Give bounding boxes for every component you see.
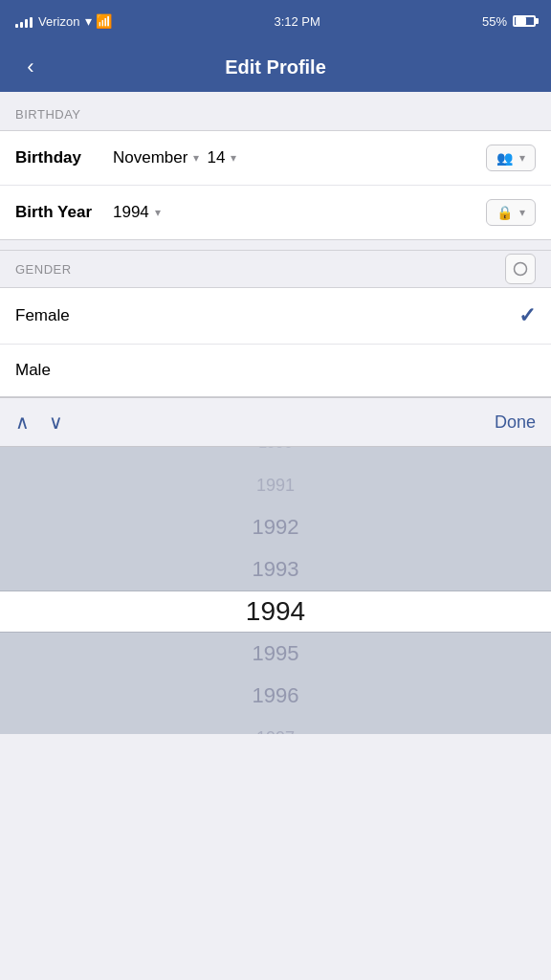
birthday-privacy-button[interactable]: 👥 ▾ xyxy=(486,145,536,171)
gender-male-label: Male xyxy=(15,361,536,380)
birthday-label: Birthday xyxy=(15,148,101,167)
separator-1 xyxy=(0,240,551,250)
circle-icon xyxy=(513,261,528,277)
birthday-day-arrow: ▾ xyxy=(231,151,236,165)
gender-edit-button[interactable] xyxy=(505,254,536,284)
birthday-day-dropdown[interactable]: 14 ▾ xyxy=(207,148,236,167)
gender-male-row[interactable]: Male xyxy=(0,345,551,396)
birthday-row: Birthday November ▾ 14 ▾ 👥 ▾ xyxy=(0,131,551,186)
birth-year-value: 1994 xyxy=(113,203,149,222)
picker-up-arrow[interactable]: ∧ xyxy=(15,411,30,434)
picker-item-1994[interactable]: 1994 xyxy=(0,590,551,633)
birthday-value-group: November ▾ 14 ▾ xyxy=(113,148,486,167)
birthday-month-dropdown[interactable]: November ▾ xyxy=(113,148,199,167)
gender-section-label: GENDER xyxy=(15,262,72,277)
picker-toolbar: ∧ ∨ Done xyxy=(0,397,551,447)
birthday-form-section: Birthday November ▾ 14 ▾ 👥 ▾ Birth Year … xyxy=(0,130,551,240)
signal-bars xyxy=(15,14,33,28)
wifi-icon: ▾ 📶 xyxy=(85,13,112,29)
birth-year-privacy-button[interactable]: 🔒 ▾ xyxy=(486,199,536,226)
birthday-section-label: BIRTHDAY xyxy=(15,107,81,122)
birthday-privacy-arrow: ▾ xyxy=(519,151,525,165)
picker-item-1992[interactable]: 1992 xyxy=(0,506,551,548)
birth-year-privacy-arrow: ▾ xyxy=(519,206,525,219)
page-title: Edit Profile xyxy=(225,56,326,78)
birthday-day-value: 14 xyxy=(207,148,225,167)
birth-year-row: Birth Year 1994 ▾ 🔒 ▾ xyxy=(0,186,551,239)
picker-item-1993[interactable]: 1993 xyxy=(0,548,551,590)
picker-item-1996[interactable]: 1996 xyxy=(0,675,551,717)
year-picker[interactable]: 19901991199219931994199519961997 xyxy=(0,447,551,734)
gender-female-label: Female xyxy=(15,306,518,325)
battery-icon xyxy=(513,15,536,27)
birth-year-dropdown[interactable]: 1994 ▾ xyxy=(113,203,161,222)
birth-year-label: Birth Year xyxy=(15,203,101,222)
picker-item-1991[interactable]: 1991 xyxy=(0,464,551,506)
picker-done-button[interactable]: Done xyxy=(495,412,536,433)
birth-year-arrow: ▾ xyxy=(155,206,161,219)
carrier-label: Verizon xyxy=(38,14,79,29)
status-time: 3:12 PM xyxy=(274,14,320,29)
battery-percent: 55% xyxy=(482,14,507,29)
gender-female-check: ✓ xyxy=(518,303,536,328)
picker-items-list: 19901991199219931994199519961997 xyxy=(0,447,551,734)
back-button[interactable]: ‹ xyxy=(11,48,50,86)
picker-item-1990[interactable]: 1990 xyxy=(0,447,551,464)
birth-year-privacy-icon: 🔒 xyxy=(496,205,513,220)
nav-bar: ‹ Edit Profile xyxy=(0,42,551,92)
status-right: 55% xyxy=(482,14,536,29)
gender-female-row[interactable]: Female ✓ xyxy=(0,288,551,345)
picker-item-1995[interactable]: 1995 xyxy=(0,633,551,675)
birthday-privacy-icon: 👥 xyxy=(496,150,513,166)
status-left: Verizon ▾ 📶 xyxy=(15,13,112,29)
birthday-section-header: BIRTHDAY xyxy=(0,92,551,130)
gender-options: Female ✓ Male xyxy=(0,288,551,397)
birth-year-value-group: 1994 ▾ xyxy=(113,203,486,222)
picker-down-arrow[interactable]: ∨ xyxy=(49,411,63,434)
svg-point-0 xyxy=(515,263,527,276)
gender-section-header: GENDER xyxy=(0,250,551,288)
picker-arrows-group: ∧ ∨ xyxy=(15,411,63,434)
picker-item-1997[interactable]: 1997 xyxy=(0,717,551,734)
birthday-month-value: November xyxy=(113,148,187,167)
status-bar: Verizon ▾ 📶 3:12 PM 55% xyxy=(0,0,551,42)
birthday-month-arrow: ▾ xyxy=(193,151,199,165)
